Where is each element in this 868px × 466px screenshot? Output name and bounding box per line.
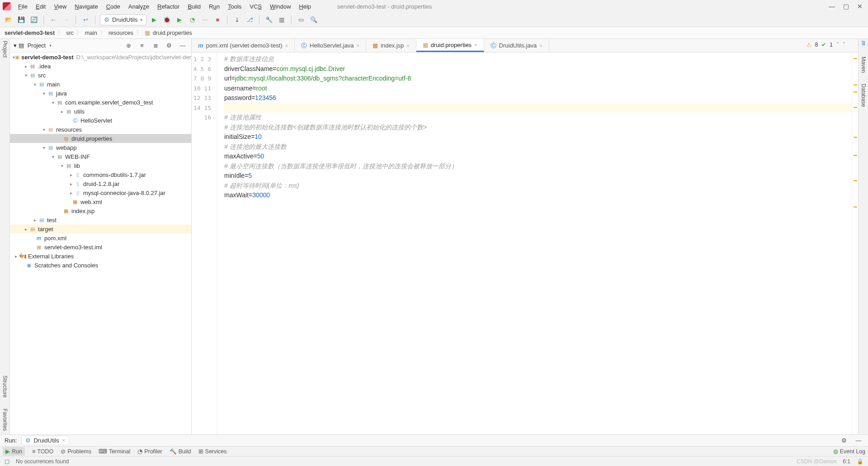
tree-external-libs[interactable]: External Libraries (28, 253, 74, 260)
line-gutter[interactable]: 1 2 3 4 5 6 7 8 9 10 11 12 13 14 15 16 (192, 52, 217, 434)
tree-item[interactable]: test (47, 217, 57, 223)
avd-icon[interactable]: ▭ (296, 15, 306, 25)
tree-item[interactable]: servlet-demo3-test.iml (44, 244, 102, 251)
close-icon[interactable]: × (62, 437, 66, 444)
tool-todo[interactable]: ≡ TODO (32, 448, 53, 455)
breadcrumb-resources[interactable]: resources (108, 30, 133, 36)
stripe-database[interactable]: Database (860, 84, 867, 107)
breadcrumb-src[interactable]: src (66, 30, 74, 36)
menu-navigate[interactable]: Navigate (71, 2, 101, 11)
close-icon[interactable]: × (539, 43, 542, 48)
menu-view[interactable]: View (50, 2, 70, 11)
minimize-icon[interactable]: — (829, 3, 835, 10)
open-icon[interactable]: 📂 (4, 15, 14, 25)
menu-code[interactable]: Code (103, 2, 124, 11)
tree-item[interactable]: .idea (38, 63, 51, 70)
stop-icon[interactable]: ■ (212, 15, 222, 25)
tree-item[interactable]: java (56, 90, 67, 97)
close-icon[interactable]: × (285, 43, 288, 48)
sync-icon[interactable]: 🔄 (29, 15, 39, 25)
tab-druid-properties[interactable]: ▦druid.properties× (416, 39, 484, 52)
tree-item[interactable]: WEB-INF (65, 153, 90, 160)
tree-item[interactable]: web.xml (80, 199, 102, 205)
gear-icon[interactable]: ⚙ (839, 436, 849, 446)
tree-item[interactable]: HelloServlet (80, 117, 112, 124)
menu-help[interactable]: Help (295, 2, 315, 11)
tree-item[interactable]: webapp (56, 144, 77, 151)
breadcrumb-file[interactable]: druid.properties (153, 30, 192, 36)
tree-item[interactable]: com.example.servlet_demo3_test (65, 99, 153, 106)
breadcrumb-root[interactable]: servlet-demo3-test (5, 30, 55, 36)
hide-icon[interactable]: — (178, 41, 188, 51)
chevron-down-icon[interactable]: ▾ (49, 43, 52, 48)
undo-nav-icon[interactable]: ↩︎ (80, 15, 90, 25)
save-icon[interactable]: 💾 (16, 15, 26, 25)
run-config-select[interactable]: ⚙︎ DruidUtils ▾ (100, 14, 146, 25)
code-editor[interactable]: # 数据库连接信息 driverClassName=com.mysql.cj.j… (217, 52, 852, 434)
tree-item[interactable]: druid-1.2.8.jar (83, 181, 119, 187)
error-stripe[interactable] (852, 52, 858, 434)
stripe-structure[interactable]: Structure (2, 376, 8, 398)
close-icon[interactable]: ✕ (857, 3, 863, 10)
tab-helloservlet[interactable]: ⒸHelloServlet.java× (295, 39, 366, 52)
status-caret[interactable]: 6:1 (843, 458, 850, 465)
tree-item[interactable]: target (38, 226, 53, 233)
profile-icon[interactable]: ◔ (187, 15, 197, 25)
tool-services[interactable]: ⊞ Services (198, 448, 227, 455)
menu-refactor[interactable]: Refactor (154, 2, 183, 11)
tool-problems[interactable]: ⊘ Problems (61, 448, 91, 455)
tree-item[interactable]: resources (56, 126, 82, 133)
menu-build[interactable]: Build (184, 2, 204, 11)
settings-icon[interactable]: 🔧 (264, 15, 274, 25)
forward-icon[interactable]: → (61, 15, 71, 25)
search-everywhere-icon[interactable]: 🔍 (309, 15, 319, 25)
menu-run[interactable]: Run (205, 2, 223, 11)
tool-run[interactable]: ▶Run (3, 447, 25, 456)
breadcrumb-main[interactable]: main (85, 30, 97, 36)
stripe-favorites[interactable]: Favorites (2, 409, 8, 431)
tab-pom[interactable]: mpom.xml (servlet-demo3-test)× (192, 39, 295, 52)
tree-item[interactable]: index.jsp (71, 208, 94, 214)
project-tree[interactable]: ▾▣ servlet-demo3-test D:\_workspace\Idea… (10, 52, 191, 270)
coverage-icon[interactable]: ▶̤ (175, 15, 184, 25)
inspection-widget[interactable]: ⚠8 ✔︎1 ˄ ˅ (807, 42, 845, 48)
tree-root[interactable]: servlet-demo3-test (21, 54, 74, 61)
stripe-project[interactable]: Project (2, 41, 8, 57)
tab-indexjsp[interactable]: ▦index.jsp× (366, 39, 416, 52)
tool-eventlog[interactable]: ◍ Event Log (833, 448, 865, 455)
stripe-maven[interactable]: Maven (860, 57, 867, 73)
tool-build[interactable]: 🔨 Build (170, 448, 191, 455)
chevron-up-icon[interactable]: ˄ (836, 42, 839, 48)
run-icon[interactable]: ▶ (149, 15, 159, 25)
update-app-icon[interactable]: ⤓ (232, 15, 242, 25)
expand-icon[interactable]: ≡ (137, 41, 147, 51)
project-structure-icon[interactable]: ▥ (277, 15, 287, 25)
hide-icon[interactable]: — (854, 436, 863, 446)
maximize-icon[interactable]: ▢ (843, 3, 849, 10)
locate-icon[interactable]: ⊕ (123, 41, 133, 51)
tree-item[interactable]: pom.xml (44, 235, 66, 242)
menu-tools[interactable]: Tools (224, 2, 245, 11)
menu-file[interactable]: File (14, 2, 31, 11)
run-tool-window-header[interactable]: Run: ⚙︎ DruidUtils × ⚙ — (0, 434, 868, 446)
tree-scratches[interactable]: Scratches and Consoles (34, 262, 98, 269)
tool-windows-icon[interactable]: ▢ (5, 458, 9, 465)
tab-druidutils[interactable]: ⒸDruidUtils.java× (484, 39, 549, 52)
close-icon[interactable]: × (474, 42, 477, 48)
tree-item[interactable]: utils (74, 108, 85, 115)
tool-terminal[interactable]: ⌨ Terminal (99, 448, 130, 455)
tool-profiler[interactable]: ◔ Profiler (137, 448, 162, 455)
maven-icon[interactable]: m (860, 41, 867, 46)
debug-icon[interactable]: 🐞 (162, 15, 172, 25)
menu-window[interactable]: Window (266, 2, 294, 11)
tree-item[interactable]: main (47, 81, 60, 88)
lock-icon[interactable]: 🔒 (857, 458, 863, 465)
menu-vcs[interactable]: VCS (246, 2, 265, 11)
run-tw-tab[interactable]: ⚙︎ DruidUtils × (21, 436, 69, 445)
menu-analyze[interactable]: Analyze (125, 2, 153, 11)
project-panel-title[interactable]: Project (28, 42, 46, 49)
tree-item[interactable]: commons-dbutils-1.7.jar (83, 171, 146, 178)
close-icon[interactable]: × (357, 43, 359, 48)
tree-item-selected[interactable]: ▦druid.properties (10, 134, 191, 143)
chevron-down-icon[interactable]: ˅ (843, 42, 845, 48)
